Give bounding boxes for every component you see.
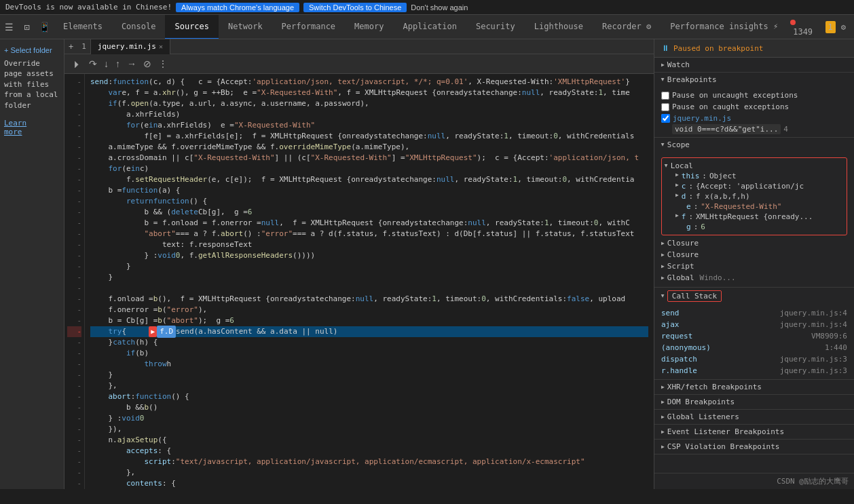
tab-network[interactable]: Network	[219, 15, 272, 39]
global-scope-label: Global	[667, 273, 694, 282]
switch-devtools-button[interactable]: Switch DevTools to Chinese	[303, 3, 407, 12]
cs-row-dispatch[interactable]: dispatch jquery.min.js:3	[661, 353, 847, 365]
watermark: CSDN @励志的大鹰哥	[654, 473, 854, 489]
tab-application[interactable]: Application	[393, 15, 466, 39]
tab-recorder[interactable]: Recorder ⚙	[593, 15, 661, 39]
tab-console[interactable]: Console	[112, 15, 166, 39]
scope-item-this-icon[interactable]: ▶	[675, 172, 679, 180]
devtools-toggle-icon[interactable]: ☰	[0, 15, 18, 39]
local-triangle-icon: ▶	[663, 164, 669, 168]
code-line: n.ajaxSetup({	[90, 435, 648, 446]
code-line: b && b()	[90, 402, 648, 413]
global-scope-suffix: Windo...	[700, 273, 736, 282]
pause-resume-button[interactable]: ⏵	[70, 57, 85, 71]
device-icon[interactable]: 📱	[36, 15, 54, 39]
watch-header[interactable]: ▶ Watch	[654, 58, 854, 72]
scope-d-key: d	[682, 192, 686, 201]
select-folder-button[interactable]: + Select folder	[4, 45, 60, 56]
tab-memory[interactable]: Memory	[345, 15, 393, 39]
dont-show-button[interactable]: Don't show again	[411, 3, 468, 12]
cs-row-rhandle[interactable]: r.handle jquery.min.js:3	[661, 365, 847, 376]
inspect-icon[interactable]: ⊡	[18, 15, 35, 39]
right-panel-content[interactable]: ▶ Watch ▶ Breakpoints Pause on uncaught …	[654, 58, 854, 473]
code-line: "abort" === a ? f.abort() : "error" === …	[90, 229, 648, 239]
xhr-bp-header[interactable]: ▶ XHR/fetch Breakpoints	[654, 380, 854, 394]
cs-fn-rhandle: r.handle	[661, 366, 697, 375]
event-listener-bp-header[interactable]: ▶ Event Listener Breakpoints	[654, 425, 854, 439]
call-stack-header-row[interactable]: ▶ Call Stack	[654, 288, 854, 305]
tab-lighthouse[interactable]: Lighthouse	[525, 15, 593, 39]
dom-bp-label: DOM Breakpoints	[667, 398, 735, 406]
sidebar: + Select folder Override page assets wit…	[0, 39, 64, 489]
pause-indicator-icon: ⏸	[661, 43, 669, 53]
scope-item-c-icon[interactable]: ▶	[675, 182, 679, 191]
call-stack-triangle-icon: ▶	[660, 294, 666, 298]
code-editor[interactable]: - - - - - - - - - - - - - - - - - - - -	[64, 74, 654, 489]
file-tab-jquery[interactable]: jquery.min.js ✕	[91, 39, 170, 54]
code-line: for (e in a.xhrFields) e = "X-Requested-…	[90, 120, 648, 131]
call-stack-content: send jquery.min.js:4 ajax jquery.min.js:…	[654, 305, 854, 379]
closure-2-icon: ▶	[661, 252, 665, 258]
tab-security[interactable]: Security	[466, 15, 525, 39]
learn-more-link[interactable]: Learn	[4, 119, 26, 128]
cs-row-anon[interactable]: (anonymous) 1:440	[661, 342, 847, 353]
cs-fn-ajax: ajax	[661, 320, 680, 329]
step-into-button[interactable]: ↓	[101, 57, 111, 71]
dom-bp-header[interactable]: ▶ DOM Breakpoints	[654, 395, 854, 409]
code-line: throw h	[90, 359, 648, 370]
xhr-bp-label: XHR/fetch Breakpoints	[667, 383, 762, 391]
code-line: f.onload = b(), f = XMLHttpRequest {onre…	[90, 294, 648, 305]
tab-perf-insights[interactable]: Performance insights ⚡	[661, 15, 787, 39]
pause-uncaught-checkbox[interactable]	[661, 92, 669, 100]
code-line: accepts: {	[90, 446, 648, 457]
bp-file-checkbox[interactable]	[661, 114, 670, 123]
pause-caught-checkbox[interactable]	[661, 103, 669, 111]
global-scope-header[interactable]: ▶ Global Windo...	[661, 273, 847, 283]
step-over-button[interactable]: ↷	[86, 57, 100, 71]
closure-1-header[interactable]: ▶ Closure	[661, 238, 847, 248]
tab-sources[interactable]: Sources	[165, 15, 219, 39]
cs-row-request[interactable]: request VM8909:6	[661, 330, 847, 342]
closure-2-header[interactable]: ▶ Closure	[661, 250, 847, 260]
code-line: b && (delete Cb[g], g = 6	[90, 207, 648, 218]
code-line: }),	[90, 424, 648, 435]
code-line: if (b)	[90, 348, 648, 359]
local-scope-header[interactable]: ▶ Local	[665, 161, 844, 171]
scope-d-val: f x(a,b,f,h)	[696, 192, 749, 201]
tab-performance[interactable]: Performance	[272, 15, 345, 39]
new-tab-icon[interactable]: +	[64, 42, 77, 52]
learn-more-link-2[interactable]: more	[4, 128, 22, 136]
cs-row-send[interactable]: send jquery.min.js:4	[661, 307, 847, 319]
breakpoints-header[interactable]: ▶ Breakpoints	[654, 73, 854, 87]
scope-c-val: {Accept: 'application/jc	[696, 182, 804, 191]
cs-file-dispatch: jquery.min.js:3	[780, 355, 847, 364]
script-scope-header[interactable]: ▶ Script	[661, 261, 847, 271]
step-button[interactable]: →	[124, 57, 139, 71]
local-scope-group: ▶ Local ▶ this: Object ▶ c: {Accept: 'ap…	[661, 157, 847, 235]
watch-section: ▶ Watch	[654, 58, 854, 73]
scope-item-d-icon[interactable]: ▶	[675, 192, 679, 201]
code-line: }	[90, 261, 648, 272]
cs-file-request: VM8909:6	[811, 332, 847, 341]
event-listener-bp-label: Event Listener Breakpoints	[667, 427, 784, 436]
code-line: abort: function() {	[90, 391, 648, 402]
settings-icon[interactable]: ⚙	[838, 21, 849, 33]
deactivate-breakpoints-button[interactable]: ⊘	[141, 57, 154, 71]
code-line: b = f.onload = f.onerror = null, f = XML…	[90, 218, 648, 229]
tab-elements[interactable]: Elements	[54, 15, 112, 39]
cs-row-ajax[interactable]: ajax jquery.min.js:4	[661, 319, 847, 330]
pause-uncaught-label: Pause on uncaught exceptions	[672, 91, 798, 100]
code-line: send: function(c, d) { c = {Accept: 'app…	[90, 77, 648, 88]
close-tab-icon[interactable]: ✕	[159, 43, 163, 50]
code-line-breakpoint: try { ▶ f.Dsend(a.hasContent && a.data |…	[90, 326, 648, 337]
scope-item-f-icon[interactable]: ▶	[675, 212, 679, 221]
match-language-button[interactable]: Always match Chrome's language	[176, 3, 299, 12]
more-options-button[interactable]: ⋮	[155, 57, 170, 71]
code-line: b = Cb[g] = b("abort"); g = 6	[90, 315, 648, 326]
dom-breakpoints-section: ▶ DOM Breakpoints	[654, 395, 854, 410]
code-line: a.crossDomain || c["X-Requested-With"] |…	[90, 153, 648, 163]
global-listeners-header[interactable]: ▶ Global Listeners	[654, 410, 854, 424]
scope-header[interactable]: ▶ Scope	[654, 138, 854, 152]
csp-bp-header[interactable]: ▶ CSP Violation Breakpoints	[654, 440, 854, 454]
step-out-button[interactable]: ↑	[113, 57, 123, 71]
